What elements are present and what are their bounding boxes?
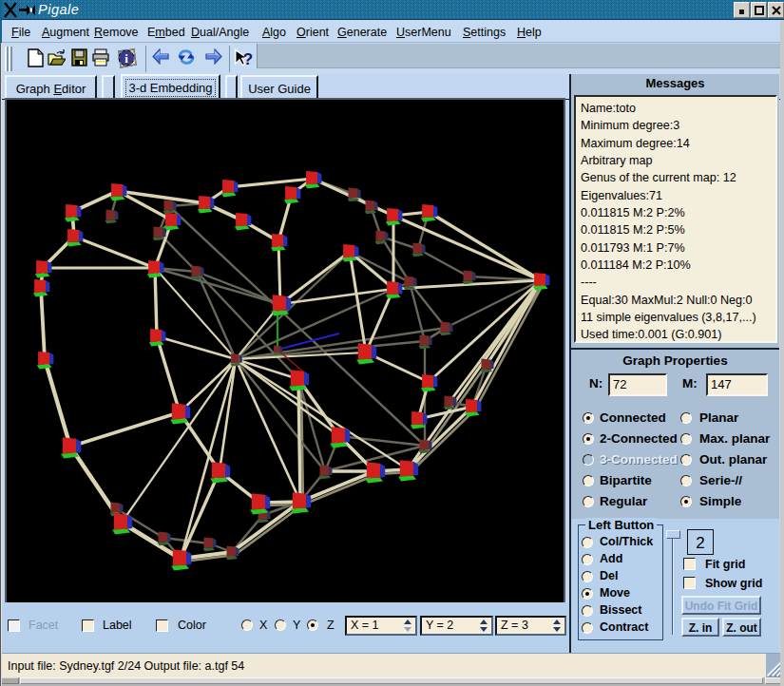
svg-text:?: ? xyxy=(243,50,253,68)
svg-text:i: i xyxy=(124,51,128,66)
